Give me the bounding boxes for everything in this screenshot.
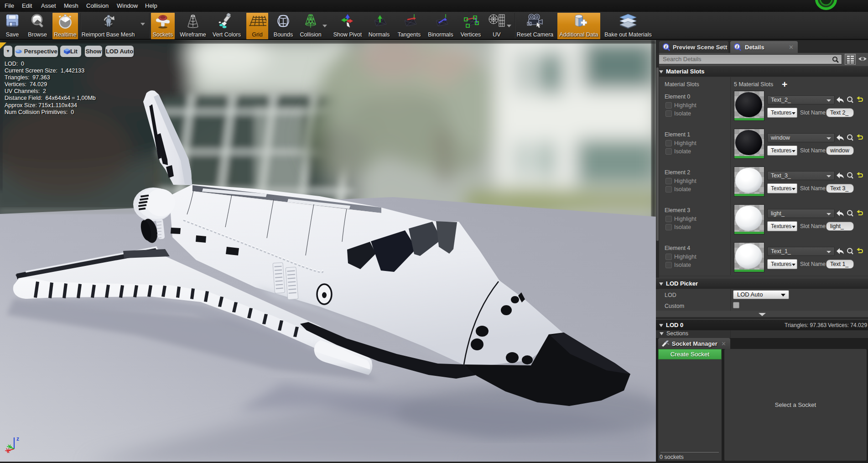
svg-text:i: i bbox=[665, 44, 667, 49]
svg-text:z: z bbox=[16, 436, 19, 442]
svg-text:i: i bbox=[737, 44, 738, 49]
